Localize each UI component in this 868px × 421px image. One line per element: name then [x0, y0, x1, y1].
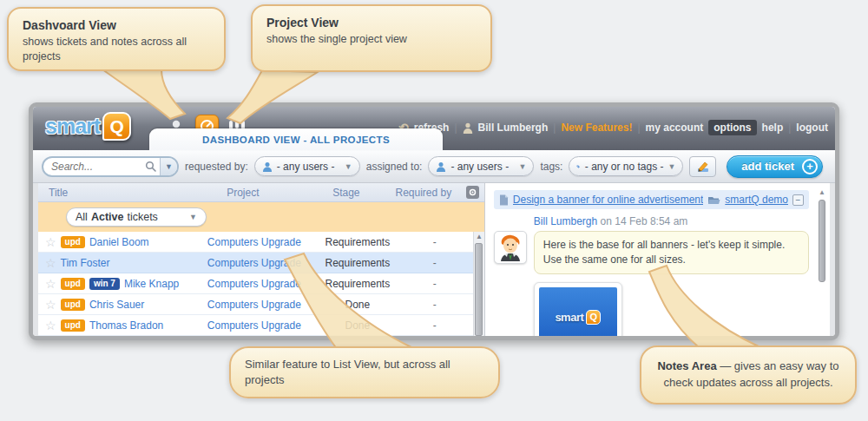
stage-cell: Done [319, 299, 397, 311]
required-by-cell: - [397, 299, 473, 311]
ticket-filter-row: All Active tickets ▼ [38, 202, 484, 232]
user-icon [262, 161, 273, 172]
column-stage[interactable]: Stage [307, 187, 385, 199]
user-icon [436, 161, 446, 172]
chevron-down-icon: ▼ [189, 213, 197, 221]
filter-pre: All [76, 211, 88, 223]
tags-dropdown[interactable]: - any or no tags - ▼ [569, 156, 683, 176]
plus-icon: + [802, 159, 818, 174]
document-icon [499, 194, 509, 206]
table-header: Title Project Stage Required by [38, 183, 484, 202]
note-header: Design a banner for online advertisement… [494, 190, 809, 209]
search-icon [141, 161, 160, 172]
notes-panel: Design a banner for online advertisement… [485, 183, 830, 336]
attachment-thumbnail[interactable]: smart Q visualize your workflow [534, 282, 622, 340]
scrollbar-thumb[interactable] [475, 243, 483, 336]
ticket-link[interactable]: Daniel Boom [89, 236, 149, 248]
notes-scrollbar[interactable]: ▲ [818, 188, 826, 331]
collapse-note-button[interactable]: − [792, 194, 804, 206]
column-project[interactable]: Project [179, 187, 307, 199]
tags-value: - any or no tags - [585, 161, 664, 173]
ticket-link[interactable]: Thomas Bradon [89, 319, 163, 332]
scrollbar-thumb[interactable] [819, 200, 825, 282]
stage-cell: Done [319, 319, 397, 332]
add-ticket-button[interactable]: add ticket + [727, 155, 823, 178]
callout-notes-area: Notes Area — gives an easy way to check … [640, 345, 857, 405]
table-settings-button[interactable] [466, 186, 479, 199]
column-title[interactable]: Title [38, 187, 179, 199]
star-icon[interactable]: ☆ [45, 278, 56, 290]
menu-logout[interactable]: logout [796, 122, 828, 134]
table-row[interactable]: ☆ upd Daniel Boom Computers Upgrade Requ… [38, 232, 473, 253]
note-meta: Bill Lumbergh on 14 Feb 8:54 am [534, 215, 809, 227]
callout-title: Project View [266, 16, 477, 30]
column-required-by[interactable]: Required by [385, 187, 462, 199]
assigned-to-dropdown[interactable]: - any users - ▼ [428, 156, 534, 176]
folder-icon [707, 195, 720, 205]
menu-username[interactable]: Bill Lumbergh [478, 122, 549, 134]
filter-bar: ▼ requested by: - any users - ▼ assigned… [33, 150, 835, 183]
requested-by-dropdown[interactable]: - any users - ▼ [254, 156, 360, 176]
upd-badge: upd [61, 236, 85, 248]
banner-logo-word: smart [555, 311, 583, 324]
menu-options[interactable]: options [708, 120, 756, 135]
project-cell[interactable]: Computers Upgrade [190, 319, 319, 332]
search-input[interactable] [43, 161, 141, 173]
star-icon[interactable]: ☆ [45, 319, 56, 332]
scroll-up-arrow[interactable]: ▲ [476, 233, 483, 241]
main-content: Title Project Stage Required by All Acti… [33, 183, 835, 336]
note-ticket-link[interactable]: Design a banner for online advertisement [513, 194, 703, 206]
filter-bold: Active [91, 211, 124, 223]
star-icon[interactable]: ☆ [45, 257, 56, 269]
project-cell[interactable]: Computers Upgrade [190, 257, 319, 269]
search-box[interactable]: ▼ [42, 156, 179, 177]
menu-help[interactable]: help [762, 122, 784, 134]
required-by-cell: - [397, 236, 473, 248]
project-cell[interactable]: Computers Upgrade [190, 278, 319, 290]
user-icon [463, 122, 473, 134]
divider: | [637, 122, 640, 134]
requested-by-label: requested by: [185, 161, 248, 173]
scroll-up-arrow[interactable]: ▲ [819, 188, 825, 197]
project-cell[interactable]: Computers Upgrade [190, 236, 319, 248]
chevron-down-icon: ▼ [668, 162, 676, 171]
edit-tags-button[interactable] [689, 156, 716, 177]
assigned-to-value: - any users - [450, 161, 509, 173]
table-row[interactable]: ☆ upd Chris Sauer Computers Upgrade Done… [38, 294, 473, 315]
active-tickets-select[interactable]: All Active tickets ▼ [66, 207, 207, 227]
table-row[interactable]: ☆ upd Thomas Bradon Computers Upgrade Do… [38, 315, 473, 336]
callout-project-view: Project View shows the single project vi… [251, 4, 492, 72]
callout-title: Notes Area [657, 359, 716, 372]
callout-body: Notes Area — gives an easy way to check … [655, 359, 841, 391]
note-project-link[interactable]: smartQ demo [725, 194, 788, 206]
tab-dashboard-view[interactable]: DASHBOARD VIEW - ALL PROJECTS [149, 128, 443, 150]
star-icon[interactable]: ☆ [45, 299, 56, 311]
callout-body: shows tickets and notes across all proje… [23, 35, 210, 64]
table-row[interactable]: ☆ upd win 7 Mike Knapp Computers Upgrade… [38, 273, 473, 294]
callout-body: Similar feature to List View, but across… [245, 357, 484, 387]
ticket-link[interactable]: Mike Knapp [124, 278, 179, 290]
tag-icon [576, 161, 580, 172]
project-cell[interactable]: Computers Upgrade [190, 299, 319, 311]
table-scrollbar[interactable]: ▲ [473, 232, 484, 336]
banner-logo-q: Q [586, 310, 601, 325]
smartq-logo: smart Q [45, 112, 131, 141]
page: smart Q ⟲ refresh | [0, 0, 868, 421]
smartq-app-window: smart Q ⟲ refresh | [29, 102, 839, 340]
divider: | [553, 122, 556, 134]
menu-my-account[interactable]: my account [646, 122, 704, 134]
table-row-selected[interactable]: ☆ Tim Foster Computers Upgrade Requireme… [38, 253, 473, 273]
note-author[interactable]: Bill Lumbergh [534, 215, 597, 227]
divider: | [788, 122, 791, 134]
smartq-banner-image: smart Q visualize your workflow [539, 287, 617, 340]
ticket-link[interactable]: Tim Foster [61, 257, 110, 269]
divider: | [454, 122, 457, 134]
titlebar: smart Q ⟲ refresh | [33, 107, 835, 150]
star-icon[interactable]: ☆ [45, 236, 56, 248]
ticket-link[interactable]: Chris Sauer [89, 299, 144, 311]
banner-tagline: visualize your workflow [539, 339, 617, 340]
search-dropdown-button[interactable]: ▼ [160, 158, 177, 175]
upd-badge: upd [61, 278, 85, 290]
requested-by-value: - any users - [277, 161, 335, 173]
menu-new-features[interactable]: New Features! [561, 122, 632, 134]
